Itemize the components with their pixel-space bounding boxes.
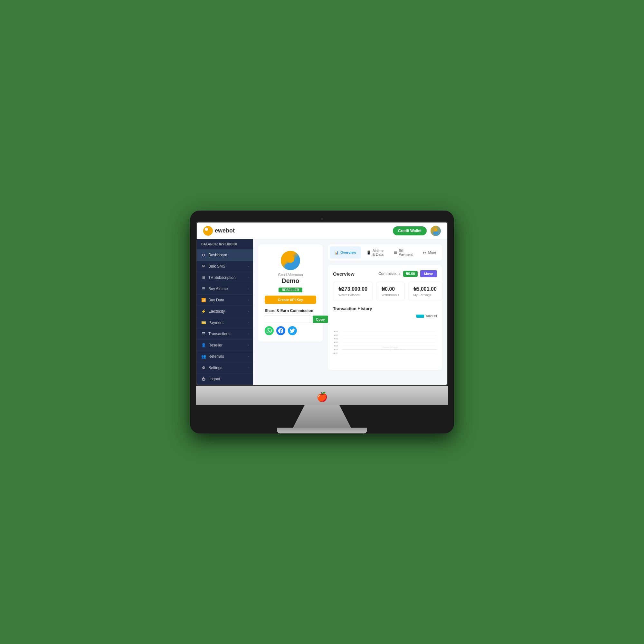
- svg-text:₦1.00: ₦1.00: [334, 331, 338, 333]
- tab-more[interactable]: ⏭ More: [419, 246, 441, 259]
- svg-text:₦0.00: ₦0.00: [334, 349, 338, 351]
- tv-icon: 🖥: [201, 275, 206, 280]
- user-name: Demo: [265, 277, 316, 285]
- reseller-chevron: ›: [248, 344, 249, 347]
- electricity-icon: ⚡: [201, 309, 206, 314]
- referral-input[interactable]: [265, 316, 311, 323]
- app-body: BALANCE: ₦273,000.00 ⊙ Dashboard ✉ Bulk …: [197, 239, 447, 385]
- commission-value: ₦0.00: [403, 271, 417, 277]
- payment-chevron: ›: [248, 321, 249, 324]
- chart-legend: Amount: [333, 314, 437, 318]
- sidebar-item-settings-label: Settings: [208, 365, 222, 370]
- commission-label: Commission:: [378, 271, 401, 276]
- overview-section: Overview Commission: ₦0.00 Move: [328, 265, 442, 370]
- sidebar-item-referrals[interactable]: 👥 Referrals ›: [197, 351, 253, 362]
- referral-input-row: Copy: [265, 316, 316, 323]
- copy-button[interactable]: Copy: [313, 316, 328, 323]
- bill-tab-label: Bill Payment: [399, 249, 412, 256]
- reseller-badge: RESELLER: [279, 288, 302, 292]
- svg-text:₦0.40: ₦0.40: [334, 341, 338, 343]
- bulk-sms-chevron: ›: [248, 265, 249, 268]
- facebook-share-button[interactable]: [276, 326, 285, 335]
- sidebar-item-payment-label: Payment: [208, 320, 223, 325]
- sidebar-item-electricity[interactable]: ⚡ Electricity ›: [197, 306, 253, 317]
- bulk-sms-icon: ✉: [201, 264, 206, 269]
- user-avatar[interactable]: [431, 226, 441, 236]
- app-header: ewebot Credit Wallet: [197, 223, 447, 239]
- sidebar-item-buy-data[interactable]: 📶 Buy Data ›: [197, 295, 253, 306]
- sidebar-item-transactions[interactable]: ☰ Transactions ›: [197, 328, 253, 340]
- share-earn-section: Share & Earn Commission Copy: [265, 308, 316, 335]
- overview-header: Overview Commission: ₦0.00 Move: [333, 270, 437, 277]
- svg-point-0: [434, 228, 437, 232]
- monitor-stand: [293, 405, 351, 428]
- sidebar-item-logout[interactable]: ⏻ Logout: [197, 374, 253, 385]
- create-api-button[interactable]: Create API Key: [265, 296, 316, 304]
- overview-tab-icon: 📊: [334, 251, 339, 255]
- tab-airtime-data[interactable]: 📱 Airtime & Data: [362, 246, 388, 259]
- bill-tab-icon: ☰: [394, 251, 397, 255]
- logout-icon: ⏻: [201, 377, 206, 381]
- logo-text: ewebot: [215, 227, 235, 234]
- monitor-bottom: 🍎: [196, 386, 448, 405]
- referrals-chevron: ›: [248, 355, 249, 358]
- apple-logo: 🍎: [317, 392, 328, 402]
- stats-row: ₦273,000.00 Wallet Balance ₦0.00 Withdra…: [333, 282, 437, 301]
- data-icon: 📶: [201, 298, 206, 302]
- airtime-tab-label: Airtime & Data: [373, 249, 384, 256]
- sidebar-item-reseller-label: Reseller: [208, 343, 223, 347]
- airtime-icon: ☰: [201, 287, 206, 291]
- settings-chevron: ›: [248, 366, 249, 369]
- sidebar-item-payment[interactable]: 💳 Payment ›: [197, 317, 253, 328]
- monitor-base: [277, 428, 367, 433]
- reseller-icon: 👤: [201, 343, 206, 347]
- social-icons: [265, 326, 316, 335]
- sidebar-item-bulk-sms[interactable]: ✉ Bulk SMS ›: [197, 261, 253, 272]
- tv-chevron: ›: [248, 276, 249, 279]
- profile-avatar: [281, 251, 300, 270]
- credit-wallet-button[interactable]: Credit Wallet: [393, 226, 427, 235]
- chart-title: Transaction History: [333, 306, 437, 311]
- stat-withdrawals: ₦0.00 Withdrawals: [376, 282, 404, 301]
- payment-icon: 💳: [201, 320, 206, 325]
- share-earn-title: Share & Earn Commission: [265, 308, 316, 313]
- tab-bill-payment[interactable]: ☰ Bill Payment: [389, 246, 417, 259]
- svg-text:₦0.20: ₦0.20: [334, 345, 338, 347]
- legend-color-amount: [416, 315, 424, 318]
- transactions-icon: ☰: [201, 332, 206, 336]
- twitter-share-button[interactable]: [288, 326, 297, 335]
- sidebar-item-settings[interactable]: ⚙ Settings ›: [197, 362, 253, 374]
- sidebar-item-tv-label: TV Subscription: [208, 275, 236, 280]
- sidebar-item-tv-subscription[interactable]: 🖥 TV Subscription ›: [197, 272, 253, 283]
- sidebar-item-dashboard[interactable]: ⊙ Dashboard: [197, 250, 253, 261]
- svg-text:₦0.80: ₦0.80: [334, 334, 338, 336]
- airtime-chevron: ›: [248, 287, 249, 290]
- sidebar-item-dashboard-label: Dashboard: [208, 253, 227, 257]
- settings-icon: ⚙: [201, 365, 206, 370]
- earnings-label: My Earnings: [413, 293, 437, 297]
- data-chevron: ›: [248, 298, 249, 302]
- sidebar-item-reseller[interactable]: 👤 Reseller ›: [197, 340, 253, 351]
- sidebar-item-logout-label: Logout: [208, 377, 220, 381]
- tabs-row: 📊 Overview 📱 Airtime & Data ☰ Bill Payme…: [328, 244, 442, 260]
- sidebar: BALANCE: ₦273,000.00 ⊙ Dashboard ✉ Bulk …: [197, 239, 253, 385]
- sidebar-item-electricity-label: Electricity: [208, 309, 225, 314]
- airtime-tab-icon: 📱: [366, 251, 371, 255]
- sidebar-item-referrals-label: Referrals: [208, 354, 224, 359]
- legend-label-amount: Amount: [426, 314, 437, 318]
- svg-point-1: [433, 232, 438, 234]
- tab-overview[interactable]: 📊 Overview: [330, 246, 361, 259]
- dashboard-icon: ⊙: [201, 253, 206, 257]
- chart-svg: ₦1.00 ₦0.80 ₦0.60 ₦0.40 ₦0.20 ₦0.00 -₦0.…: [333, 320, 437, 365]
- sidebar-item-buy-airtime[interactable]: ☰ Buy Airtime ›: [197, 283, 253, 295]
- more-tab-icon: ⏭: [423, 251, 427, 254]
- svg-point-3: [285, 263, 296, 269]
- referrals-icon: 👥: [201, 354, 206, 359]
- more-tab-label: More: [428, 251, 436, 254]
- svg-text:Go to Settings to activate Win: Go to Settings to activate Windows.: [381, 349, 407, 351]
- move-button[interactable]: Move: [420, 270, 437, 277]
- right-panel: 📊 Overview 📱 Airtime & Data ☰ Bill Payme…: [328, 244, 442, 370]
- electricity-chevron: ›: [248, 310, 249, 313]
- sidebar-item-data-label: Buy Data: [208, 298, 224, 302]
- whatsapp-share-button[interactable]: [265, 326, 274, 335]
